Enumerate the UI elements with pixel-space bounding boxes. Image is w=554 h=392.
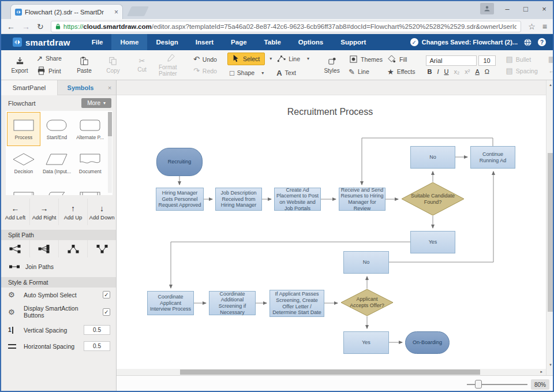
scroll-down-icon[interactable]: ▾ [546, 363, 554, 367]
line-tool-button[interactable]: Line [274, 53, 302, 65]
bookmark-star-icon[interactable]: ☆ [528, 22, 536, 31]
fill-button[interactable]: Fill [387, 55, 415, 64]
export-button[interactable]: Export [8, 57, 32, 74]
horizontal-scrollbar[interactable]: ▸ [117, 369, 546, 375]
split-path-up-button[interactable] [88, 240, 116, 257]
split-path-3-right-button[interactable] [30, 240, 59, 257]
copy-button[interactable]: Copy [101, 57, 125, 74]
node-yes-candidate[interactable]: Yes [410, 231, 455, 253]
add-left-button[interactable]: ←Add Left [1, 199, 30, 225]
tab-smartpanel[interactable]: SmartPanel [1, 80, 58, 95]
symbol-predefined-process[interactable] [73, 180, 107, 195]
minimize-button[interactable]: – [502, 5, 512, 13]
bullet-button[interactable]: ▤Bullet [506, 55, 538, 63]
help-icon[interactable]: ? [538, 38, 546, 46]
symbol-multi-document[interactable] [7, 180, 40, 195]
browser-tab[interactable]: Flowchart (2).sdr -- SmartDr × [10, 4, 123, 19]
subscript-button[interactable]: x₂ [454, 68, 460, 75]
url-bar[interactable]: https://cloud.smartdraw.com/editor.aspx?… [51, 21, 522, 32]
menu-options[interactable]: Options [290, 34, 332, 50]
spacing-button[interactable]: ▤Spacing [506, 67, 538, 74]
symbol-data-input[interactable]: Data (Input... [40, 146, 74, 180]
node-receive-resumes[interactable]: Receive and Send Resumes to Hiring Manag… [339, 188, 385, 211]
font-color-button[interactable]: A [475, 68, 479, 75]
select-caret-icon[interactable]: ▾ [269, 56, 272, 61]
zoom-slider-handle[interactable] [475, 380, 482, 389]
undo-button[interactable]: ↶Undo [193, 55, 217, 63]
menu-insert[interactable]: Insert [187, 34, 222, 50]
refresh-icon[interactable]: ↻ [37, 22, 44, 31]
node-no-continue[interactable]: No [410, 146, 455, 169]
styles-button[interactable]: Styles [320, 57, 344, 74]
node-continue-running-ad[interactable]: Continue Running Ad [470, 146, 515, 169]
close-button[interactable]: × [539, 5, 549, 13]
node-additional-screening[interactable]: Coordinate Additional Screening if Neces… [209, 291, 256, 315]
node-job-description[interactable]: Job Description Received from Hiring Man… [215, 188, 262, 211]
node-yes-offer[interactable]: Yes [343, 331, 389, 354]
symbol-stored-data[interactable] [40, 180, 74, 195]
shape-tool-button[interactable]: □ Shape [227, 68, 257, 78]
symbol-start-end[interactable]: Start/End [40, 112, 74, 146]
horizontal-spacing-input[interactable]: 0.5 [84, 341, 110, 351]
tab-symbols[interactable]: Symbols [58, 80, 103, 95]
italic-button[interactable]: I [437, 68, 439, 75]
node-hiring-manager[interactable]: Hiring Manager Gets Personnel Request Ap… [156, 188, 204, 211]
redo-button[interactable]: ↷Redo [193, 67, 217, 74]
add-down-button[interactable]: ↓Add Down [88, 199, 116, 225]
back-icon[interactable]: ← [7, 22, 15, 31]
vertical-scrollbar[interactable]: ▴ ▾ [546, 80, 554, 375]
print-button[interactable]: Print [36, 66, 62, 76]
share-button[interactable]: ↗Share [36, 55, 62, 62]
profile-icon[interactable] [480, 3, 494, 14]
menu-home[interactable]: Home [111, 34, 147, 50]
symbol-document[interactable]: Document [73, 146, 107, 180]
menu-page[interactable]: Page [222, 34, 256, 50]
node-create-ad[interactable]: Create Ad Placement to Post on Website a… [274, 188, 321, 211]
scroll-right-icon[interactable]: ▸ [540, 369, 542, 374]
panel-close-icon[interactable]: × [103, 84, 116, 91]
menu-support[interactable]: Support [332, 34, 375, 50]
superscript-button[interactable]: x² [465, 68, 470, 75]
vertical-scroll-thumb[interactable] [548, 153, 553, 312]
symbol-process[interactable]: Process [7, 112, 40, 146]
line-caret-icon[interactable]: ▾ [307, 56, 309, 61]
cut-button[interactable]: ✂ Cut [130, 57, 154, 73]
select-tool-button[interactable]: Select [227, 53, 265, 65]
menu-design[interactable]: Design [147, 34, 186, 50]
align-button[interactable]: ▦Align [548, 55, 554, 63]
join-paths-button[interactable]: Join Paths [1, 257, 116, 272]
browser-menu-icon[interactable]: ≡ [542, 22, 547, 31]
symbol-decision[interactable]: Decision [7, 146, 40, 180]
globe-icon[interactable] [523, 38, 532, 47]
bold-button[interactable]: B [428, 68, 432, 75]
node-onboarding[interactable]: On-Boarding [405, 331, 450, 354]
draw-area[interactable]: Recruitment Process [117, 80, 546, 369]
auto-symbol-select-checkbox[interactable]: ✓ [103, 291, 110, 298]
tab-close-icon[interactable]: × [114, 8, 118, 16]
symbol-button[interactable]: Ω [485, 68, 489, 75]
symbol-alternate-process[interactable]: Alternate P... [73, 112, 107, 146]
text-direction-button[interactable]: ↔Text Direction [548, 67, 554, 74]
zoom-slider[interactable] [467, 384, 527, 385]
node-recruiting[interactable]: Recruiting [156, 148, 203, 176]
add-up-button[interactable]: ↑Add Up [59, 199, 88, 225]
forward-icon[interactable]: → [22, 22, 30, 31]
font-name-input[interactable]: Arial [426, 55, 477, 66]
scroll-up-icon[interactable]: ▴ [546, 83, 554, 87]
more-button[interactable]: More▾ [81, 98, 111, 108]
display-smartaction-checkbox[interactable]: ✓ [103, 308, 110, 316]
split-path-down-button[interactable] [59, 240, 88, 257]
split-path-2-right-button[interactable] [1, 240, 30, 257]
node-applicant-accepts[interactable]: Applicant Accepts Offer? [340, 289, 394, 316]
node-no-offer[interactable]: No [343, 251, 389, 274]
horizontal-scroll-thumb[interactable] [180, 369, 480, 375]
new-tab-button[interactable] [127, 6, 149, 16]
line-style-button[interactable]: ✎Line [349, 68, 383, 76]
node-coordinate-interview[interactable]: Coordinate Applicant Interview Process [147, 291, 194, 315]
node-create-offer[interactable]: If Applicant Passes Screening, Create Of… [269, 290, 324, 317]
effects-button[interactable]: ★Effects [387, 68, 415, 76]
node-suitable-candidate[interactable]: Suitable Candidate Found? [401, 182, 465, 216]
vertical-spacing-input[interactable]: 0.5 [84, 325, 110, 335]
font-size-input[interactable]: 10 [478, 55, 496, 66]
format-painter-button[interactable]: Format Painter [159, 53, 183, 77]
